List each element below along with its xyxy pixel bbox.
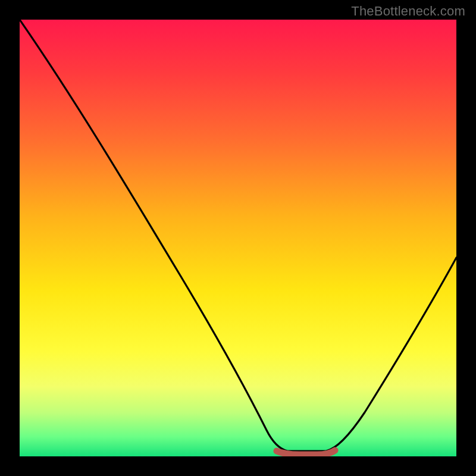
plot-area (20, 20, 456, 456)
bottleneck-curve (20, 20, 456, 456)
curve-path (20, 20, 456, 451)
chart-frame: TheBottleneck.com (0, 0, 476, 476)
watermark-text: TheBottleneck.com (351, 4, 465, 19)
